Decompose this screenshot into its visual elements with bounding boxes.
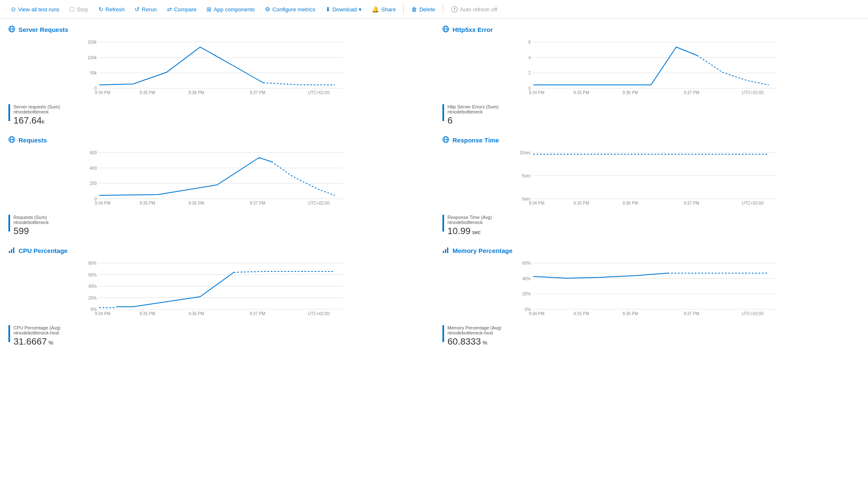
- delete-button[interactable]: 🗑 Delete: [407, 3, 439, 15]
- legend-bar: [442, 325, 444, 342]
- svg-text:9:34 PM: 9:34 PM: [529, 311, 544, 316]
- svg-text:UTC+02:00: UTC+02:00: [742, 311, 764, 316]
- stop-button[interactable]: ☐ Stop: [65, 3, 93, 15]
- separator-2: [443, 4, 443, 14]
- chart-title-memory-percentage: Memory Percentage: [442, 247, 860, 255]
- refresh-icon: ↻: [98, 6, 103, 13]
- svg-text:60%: 60%: [522, 261, 531, 266]
- chart-svg-requests: 60040020009:34 PM9:35 PM9:36 PM9:37 PMUT…: [8, 149, 426, 210]
- rerun-button[interactable]: ↺ Rerun: [130, 3, 161, 15]
- legend-label: Http Server Errors (Sum): [447, 104, 499, 109]
- svg-text:UTC+02:00: UTC+02:00: [742, 201, 764, 205]
- chart-panel-cpu-percentage: CPU Percentage80%60%40%20%0%9:34 PM9:35 …: [8, 247, 426, 347]
- chart-legend-requests: Requests (Sum)ntnodebottleneck599: [8, 215, 426, 237]
- svg-text:60%: 60%: [88, 273, 97, 277]
- svg-text:4: 4: [528, 55, 531, 60]
- svg-text:9:36 PM: 9:36 PM: [188, 201, 204, 205]
- svg-text:9:37 PM: 9:37 PM: [250, 311, 265, 316]
- svg-rect-82: [447, 248, 448, 253]
- compare-button[interactable]: ⇄ Compare: [163, 3, 201, 15]
- legend-sublabel: ntnodebottleneck: [13, 109, 60, 114]
- legend-bar: [8, 104, 10, 121]
- toolbar: ⊙ View all test runs ☐ Stop ↻ Refresh ↺ …: [0, 0, 868, 19]
- legend-sublabel: ntnodebottleneck: [447, 220, 492, 225]
- legend-sublabel: ntnodebottleneck: [13, 220, 49, 225]
- svg-text:9:35 PM: 9:35 PM: [140, 311, 155, 316]
- chart-panel-http5xx-error: Http5xx Error64209:34 PM9:35 PM9:36 PM9:…: [442, 26, 860, 126]
- svg-text:9:37 PM: 9:37 PM: [684, 201, 699, 205]
- chart-legend-http5xx-error: Http Server Errors (Sum)ntnodebottleneck…: [442, 104, 860, 126]
- share-button[interactable]: 🔔 Share: [368, 3, 400, 15]
- svg-text:9:35 PM: 9:35 PM: [140, 90, 155, 95]
- svg-text:200: 200: [90, 181, 97, 186]
- chart-legend-memory-percentage: Memory Percentage (Avg)ntnodebottleneck-…: [442, 325, 860, 347]
- svg-text:9:36 PM: 9:36 PM: [622, 201, 638, 205]
- svg-text:20%: 20%: [88, 296, 97, 300]
- svg-text:20%: 20%: [522, 292, 531, 296]
- app-components-icon: ⊞: [206, 6, 212, 13]
- svg-text:UTC+02:00: UTC+02:00: [742, 90, 764, 95]
- legend-label: Response Time (Avg): [447, 215, 492, 220]
- svg-text:40%: 40%: [88, 284, 97, 289]
- svg-text:80%: 80%: [88, 261, 97, 266]
- svg-rect-62: [9, 251, 10, 253]
- chart-legend-response-time: Response Time (Avg)ntnodebottleneck10.99…: [442, 215, 860, 237]
- svg-text:9:36 PM: 9:36 PM: [622, 90, 638, 95]
- legend-label: Requests (Sum): [13, 215, 49, 220]
- svg-rect-81: [445, 249, 446, 253]
- legend-value: 599: [13, 226, 49, 237]
- chart-legend-server-requests: Server requests (Sum)ntnodebottleneck167…: [8, 104, 426, 126]
- refresh-button[interactable]: ↻ Refresh: [94, 3, 129, 15]
- chart-title-server-requests: Server Requests: [8, 26, 426, 34]
- legend-value: 6: [447, 115, 499, 126]
- view-all-icon: ⊙: [11, 6, 16, 13]
- legend-value: 60.8333 %: [447, 336, 501, 347]
- svg-rect-63: [11, 249, 12, 253]
- app-components-button[interactable]: ⊞ App components: [202, 3, 259, 15]
- chart-svg-server-requests: 150k100k50k09:34 PM9:35 PM9:36 PM9:37 PM…: [8, 39, 426, 100]
- chart-svg-response-time: 10sec5sec0sec9:34 PM9:35 PM9:36 PM9:37 P…: [442, 149, 860, 210]
- chart-title-requests: Requests: [8, 136, 426, 144]
- configure-metrics-icon: ⚙: [265, 6, 270, 13]
- chart-icon-cpu-percentage: [8, 247, 15, 255]
- svg-text:9:37 PM: 9:37 PM: [684, 90, 699, 95]
- chart-icon-requests: [8, 136, 15, 144]
- legend-value: 167.64k: [13, 115, 60, 126]
- delete-icon: 🗑: [411, 6, 417, 13]
- chart-icon-http5xx-error: [442, 26, 449, 34]
- svg-text:9:34 PM: 9:34 PM: [529, 90, 544, 95]
- svg-text:9:36 PM: 9:36 PM: [622, 311, 638, 316]
- chart-svg-memory-percentage: 60%40%20%0%9:34 PM9:35 PM9:36 PM9:37 PMU…: [442, 260, 860, 321]
- auto-refresh-icon: 🕐: [451, 6, 458, 13]
- svg-text:9:34 PM: 9:34 PM: [95, 201, 110, 205]
- svg-text:40%: 40%: [522, 277, 531, 281]
- svg-text:9:37 PM: 9:37 PM: [250, 201, 265, 205]
- legend-sublabel: ntnodebottleneck: [447, 109, 499, 114]
- download-chevron-icon: ▾: [359, 6, 362, 13]
- svg-text:6: 6: [528, 40, 531, 45]
- configure-metrics-button[interactable]: ⚙ Configure metrics: [261, 3, 320, 15]
- chart-panel-memory-percentage: Memory Percentage60%40%20%0%9:34 PM9:35 …: [442, 247, 860, 347]
- legend-bar: [8, 215, 10, 232]
- legend-value: 31.6667 %: [13, 336, 61, 347]
- chart-svg-cpu-percentage: 80%60%40%20%0%9:34 PM9:35 PM9:36 PM9:37 …: [8, 260, 426, 321]
- separator-1: [403, 4, 404, 14]
- chart-icon-response-time: [442, 136, 449, 144]
- chart-title-response-time: Response Time: [442, 136, 860, 144]
- download-button[interactable]: ⬇ Download ▾: [321, 3, 366, 15]
- svg-text:UTC+02:00: UTC+02:00: [308, 90, 330, 95]
- svg-text:9:35 PM: 9:35 PM: [574, 90, 589, 95]
- svg-text:600: 600: [90, 150, 97, 155]
- compare-icon: ⇄: [167, 6, 172, 13]
- legend-bar: [442, 104, 444, 121]
- svg-text:10sec: 10sec: [519, 150, 531, 155]
- chart-panel-requests: Requests60040020009:34 PM9:35 PM9:36 PM9…: [8, 136, 426, 237]
- chart-legend-cpu-percentage: CPU Percentage (Avg)ntnodebottleneck-hos…: [8, 325, 426, 347]
- legend-bar: [8, 325, 10, 342]
- stop-icon: ☐: [69, 6, 75, 13]
- legend-sublabel: ntnodebottleneck-host: [13, 330, 61, 335]
- auto-refresh-button[interactable]: 🕐 Auto refresh off: [447, 3, 502, 15]
- svg-text:9:36 PM: 9:36 PM: [188, 90, 204, 95]
- view-all-button[interactable]: ⊙ View all test runs: [7, 3, 64, 15]
- legend-sublabel: ntnodebottleneck-host: [447, 330, 501, 335]
